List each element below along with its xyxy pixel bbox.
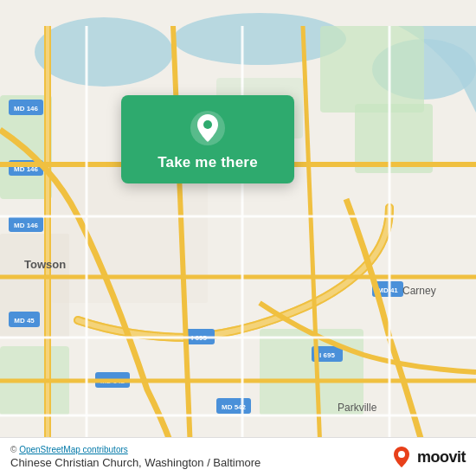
osm-link[interactable]: OpenStreetMap contributors xyxy=(19,445,128,454)
location-card[interactable]: Take me there xyxy=(121,95,294,183)
svg-text:MD 146: MD 146 xyxy=(14,222,39,229)
svg-text:I 695: I 695 xyxy=(319,351,335,359)
svg-point-0 xyxy=(35,17,173,87)
bottom-left: © OpenStreetMap contributors Chinese Chr… xyxy=(10,445,261,469)
svg-text:Parkville: Parkville xyxy=(338,402,377,414)
moovit-text: moovit xyxy=(417,448,466,466)
bottom-bar: © OpenStreetMap contributors Chinese Chr… xyxy=(0,437,476,476)
svg-text:MD 41: MD 41 xyxy=(377,286,398,294)
map-container: I 695 I 695 MD 41 MD 542 MD 542 MD 146 M… xyxy=(0,0,476,476)
osm-attribution: © OpenStreetMap contributors xyxy=(10,445,261,454)
copyright-symbol: © xyxy=(10,445,19,454)
map-svg: I 695 I 695 MD 41 MD 542 MD 542 MD 146 M… xyxy=(0,0,476,476)
location-pin-icon xyxy=(189,109,227,147)
svg-rect-4 xyxy=(320,26,424,113)
church-name: Chinese Christian Church, Washington / B… xyxy=(10,456,261,469)
moovit-brand-icon xyxy=(389,445,414,469)
svg-point-46 xyxy=(203,120,212,129)
take-me-there-button[interactable]: Take me there xyxy=(158,154,258,171)
svg-text:Carney: Carney xyxy=(402,285,436,297)
svg-text:MD 146: MD 146 xyxy=(14,105,39,113)
svg-text:Towson: Towson xyxy=(24,258,66,271)
svg-point-47 xyxy=(398,451,405,458)
moovit-logo: moovit xyxy=(389,445,466,469)
svg-text:MD 45: MD 45 xyxy=(14,317,35,325)
